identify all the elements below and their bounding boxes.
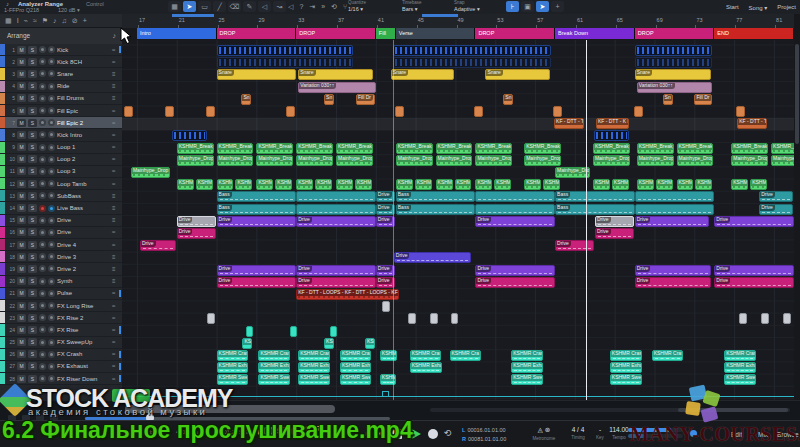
clip[interactable]: KSHMR [177,179,194,190]
clip[interactable]: Drive [714,216,794,227]
clip[interactable]: Drive [217,277,297,288]
clip[interactable] [430,313,438,324]
solo-button[interactable]: S [28,216,37,224]
track-lane-16[interactable]: DriveDrive [122,228,794,240]
clip[interactable]: Fill Dr [356,94,375,105]
grid-toggle-icon[interactable]: ▣ [521,1,534,12]
clip[interactable]: Drive [296,277,376,288]
track-row-fill-epic-2[interactable]: 7MSFill Epic 2≈ [0,117,122,129]
monitor-button[interactable] [48,351,55,358]
panel-tool-icon-0[interactable]: ▦ [5,17,12,25]
track-row-loop-3[interactable]: 11MSLoop 3≈ [0,166,122,178]
record-arm-button[interactable] [39,278,46,285]
track-lane-13[interactable]: BassDriveBassBassDrive [122,191,794,203]
clip[interactable]: KSH [324,338,334,349]
track-row-ride[interactable]: 4MSRide≡ [0,81,122,93]
panel-tool-icon-6[interactable]: ♫ [62,17,67,24]
record-arm-button[interactable] [39,375,46,382]
solo-button[interactable]: S [28,180,37,188]
playhead[interactable] [586,40,587,400]
monitor-button[interactable] [48,95,55,102]
clip[interactable] [172,130,207,141]
clip[interactable]: KSHMR Crash [ [410,350,441,361]
clip[interactable]: Variation 030↑↑ [298,82,376,93]
track-lane-3[interactable]: SnareSnareSnareSnareSnare [122,69,794,81]
clip[interactable]: Sn [241,94,251,105]
clip[interactable]: KSHMR Crash C [298,350,330,361]
clip[interactable]: KSHMR Exhaust [340,362,371,373]
monitor-button[interactable] [48,180,55,187]
clip[interactable]: Drive [217,265,297,276]
monitor-button[interactable] [48,58,55,65]
clip[interactable] [330,326,337,337]
clip[interactable]: KSHMR Sweep [ [298,374,330,385]
mute-button[interactable]: M [17,289,26,297]
clip[interactable]: KSHM [235,179,252,190]
clip[interactable]: Snare [485,69,550,80]
track-lane-24[interactable] [122,325,794,337]
track-row-drive-4[interactable]: 17MSDrive 4≈ [0,239,122,251]
clip[interactable]: KSHMR Sweep [ [258,374,290,385]
monitor-button[interactable] [48,168,55,175]
monitor-button[interactable] [48,156,55,163]
section-marker-verse[interactable]: Verse [396,28,476,39]
clip[interactable] [290,326,297,337]
clip[interactable]: KSHMR_Break_B [593,143,630,154]
mute-button[interactable]: M [17,204,26,212]
arrow-tool-icon[interactable]: ➤ [183,1,196,12]
timing-value[interactable]: 4 / 4 [566,426,590,433]
track-lane-14[interactable]: BassDriveBassBassDrive [122,203,794,215]
snap-value[interactable]: Adaptive ▾ [454,6,480,12]
clip[interactable]: Bass [396,204,476,215]
clip[interactable]: KSHMR Crash C [258,350,290,361]
monitor-button[interactable] [48,339,55,346]
clip[interactable]: KSH [242,338,252,349]
clip[interactable]: Mainhype_Drop [524,155,561,166]
solo-button[interactable]: S [28,107,37,115]
monitor-button[interactable] [48,46,55,53]
section-marker-end[interactable]: END [714,28,794,39]
panel-tool-icon-4[interactable]: ⚑ [42,17,48,25]
clip[interactable] [475,204,555,215]
record-arm-button[interactable] [39,314,46,321]
clip[interactable] [395,106,404,117]
clip[interactable]: KSHMR_Break_B [524,143,561,154]
mute-button[interactable]: M [17,216,26,224]
track-lane-1[interactable] [122,45,794,57]
solo-button[interactable]: S [28,326,37,334]
clip[interactable]: Mainhype_Drop [731,155,768,166]
clip[interactable] [393,45,551,56]
clip[interactable]: KF - DTT - Trai [554,118,584,129]
bend-tool-icon[interactable]: ↝ [273,1,286,12]
clip[interactable]: KSHMR Crash C [724,350,756,361]
clip[interactable]: KSHMR Exhaust [258,362,290,373]
clip[interactable] [635,45,713,56]
solo-button[interactable]: S [28,82,37,90]
monitor-button[interactable] [48,326,55,333]
clip[interactable]: KF - DTT - Trai [737,118,767,129]
clip[interactable]: Drive [475,277,555,288]
mute-button[interactable]: M [17,143,26,151]
clip[interactable]: KSHM [612,179,629,190]
clip[interactable]: Snare [217,69,297,80]
clip[interactable]: Bass [217,204,297,215]
track-row-fx-crash[interactable]: 26MSFX Crash≈ [0,349,122,361]
solo-button[interactable]: S [28,58,37,66]
clip[interactable] [761,313,769,324]
clip[interactable] [474,106,483,117]
timebase-value[interactable]: Bars ▾ [402,6,418,12]
mute-button[interactable]: M [17,167,26,175]
clip[interactable] [393,57,551,68]
clip[interactable]: KSHMR [677,179,694,190]
clip[interactable]: KSHMR Sweep [ [724,374,756,385]
mute-tool-icon[interactable]: ◁ [258,1,271,12]
autoscroll-toggle-icon[interactable]: ➤ [536,1,549,12]
quantize-value[interactable]: 1/16 ▾ [348,6,363,12]
ruler-range-marker[interactable] [172,14,214,17]
track-row-kick-8ch[interactable]: 2MSKick 8CH≈ [0,56,122,68]
clip[interactable]: Mainhype_Drop [436,155,473,166]
clip[interactable]: Mainhype_Drop [637,155,674,166]
record-arm-button[interactable] [39,58,46,65]
solo-button[interactable]: S [28,277,37,285]
add-track-icon[interactable]: + [551,1,564,12]
